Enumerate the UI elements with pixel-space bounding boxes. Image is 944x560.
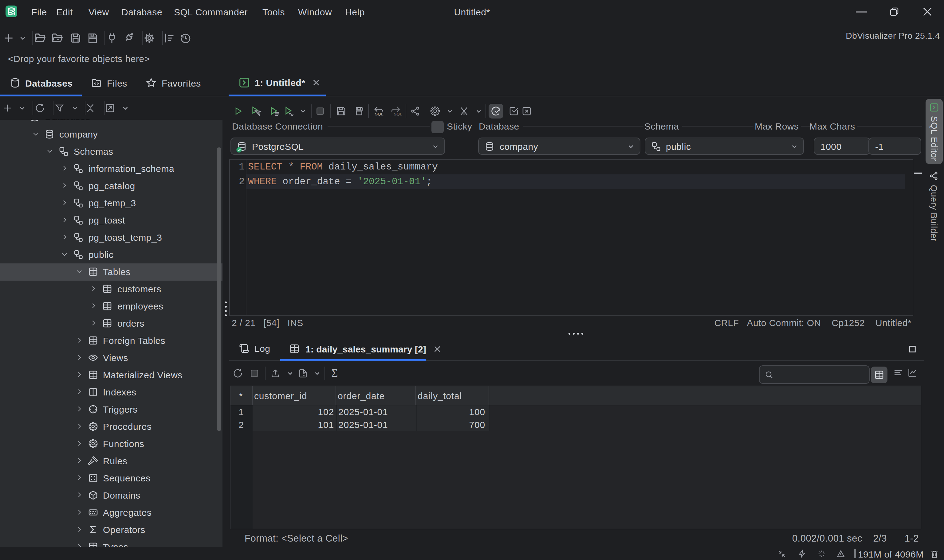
svg-text:SQL: SQL: [375, 112, 384, 116]
svg-text:SQL: SQL: [393, 112, 402, 116]
